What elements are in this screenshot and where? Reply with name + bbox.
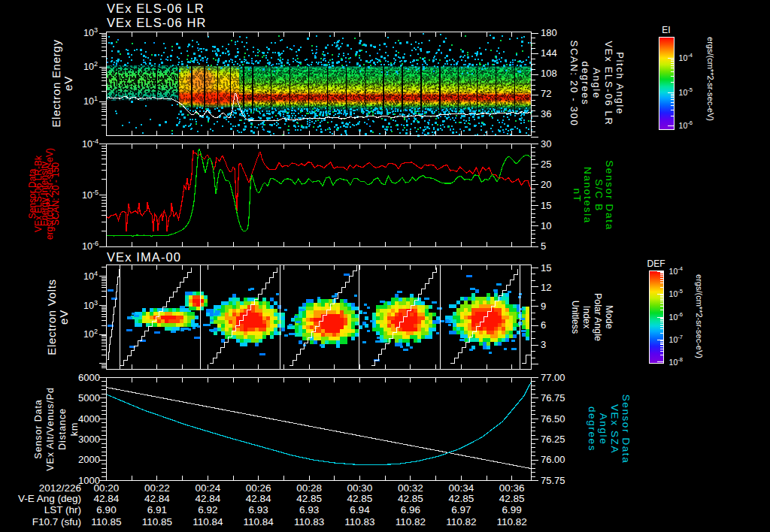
svg-text:00:30: 00:30 [347,482,373,494]
svg-text:6.90: 6.90 [96,504,116,515]
svg-text:5000: 5000 [78,392,100,404]
svg-text:00:20: 00:20 [94,482,120,494]
svg-text:Sensor Data: Sensor Data [620,394,632,464]
svg-text:10: 10 [541,220,551,231]
svg-text:VEx SZA: VEx SZA [609,404,620,454]
svg-text:76.25: 76.25 [541,434,565,445]
svg-text:20: 20 [541,179,551,190]
svg-text:6.91: 6.91 [147,504,167,515]
svg-text:30: 30 [541,138,551,150]
svg-text:144: 144 [541,47,557,59]
svg-text:Sensor Data: Sensor Data [604,160,615,231]
svg-text:72: 72 [541,88,551,99]
svg-text:77.00: 77.00 [541,372,565,383]
svg-text:EI: EI [662,25,670,35]
svg-text:42.85: 42.85 [296,493,322,504]
svg-text:110.82: 110.82 [497,516,527,527]
svg-text:F10.7 (sfu): F10.7 (sfu) [32,516,81,527]
svg-text:15: 15 [541,200,551,211]
svg-text:VEx IMA-00: VEx IMA-00 [107,250,181,264]
svg-text:76.00: 76.00 [541,454,565,465]
svg-text:degrees: degrees [587,407,598,452]
svg-text:ergs/(cm**2-sr-sec-eV): ergs/(cm**2-sr-sec-eV) [695,274,704,358]
svg-text:3000: 3000 [78,434,100,445]
svg-text:V-E Ang (deg): V-E Ang (deg) [18,493,81,504]
svg-text:km: km [69,422,80,436]
svg-text:Angle: Angle [598,413,609,446]
svg-text:110.83: 110.83 [344,516,374,527]
svg-text:ergs/(cm**2-sr-sec-eV): ergs/(cm**2-sr-sec-eV) [706,37,715,121]
svg-text:nT: nT [571,188,583,202]
svg-text:6.92: 6.92 [198,504,217,515]
svg-text:75.75: 75.75 [541,475,565,486]
svg-text:76.75: 76.75 [541,392,565,404]
svg-text:Index: Index [581,306,592,329]
svg-text:3: 3 [541,339,546,350]
svg-text:110.84: 110.84 [192,516,223,527]
svg-text:2000: 2000 [78,454,100,465]
svg-text:Pitch Angle: Pitch Angle [614,52,626,115]
svg-text:110.83: 110.83 [294,516,324,527]
svg-text:degrees: degrees [580,62,591,106]
svg-text:42.84: 42.84 [94,493,120,504]
svg-text:00:28: 00:28 [296,482,322,494]
svg-text:108: 108 [541,68,557,79]
svg-text:6.93: 6.93 [299,504,319,515]
svg-text:6.94: 6.94 [350,504,370,515]
svg-text:DEF: DEF [647,258,665,269]
svg-text:110.85: 110.85 [142,516,172,527]
svg-text:00:36: 00:36 [499,482,525,494]
svg-text:Nanotesla: Nanotesla [582,167,593,224]
svg-text:SCAN: 20 - 300: SCAN: 20 - 300 [568,41,580,127]
svg-text:Electron Volts: Electron Volts [45,279,58,355]
svg-text:00:32: 00:32 [398,482,423,494]
svg-text:4000: 4000 [78,413,100,425]
svg-text:eV: eV [57,310,70,325]
svg-text:110.82: 110.82 [446,516,476,527]
svg-text:6000: 6000 [78,372,100,383]
svg-text:42.84: 42.84 [144,493,170,504]
svg-text:Sensor Data: Sensor Data [33,399,44,458]
svg-text:00:24: 00:24 [195,482,220,494]
svg-text:9: 9 [541,301,546,312]
svg-text:00:26: 00:26 [246,482,271,494]
svg-text:Unitless: Unitless [570,301,581,334]
svg-text:eV: eV [62,76,74,91]
svg-text:42.84: 42.84 [246,493,271,504]
svg-text:00:34: 00:34 [448,482,474,494]
svg-text:6.97: 6.97 [451,504,471,515]
svg-text:S/C B: S/C B [593,179,605,212]
svg-text:42.85: 42.85 [347,493,373,504]
svg-text:VEx ELS-06 LR: VEx ELS-06 LR [107,2,205,15]
svg-text:12: 12 [541,282,551,293]
svg-text:Polar Angle: Polar Angle [593,293,603,341]
svg-text:SCAN: 20 - 150: SCAN: 20 - 150 [50,162,61,225]
svg-text:6.96: 6.96 [401,504,420,515]
svg-text:6: 6 [541,319,546,331]
svg-text:Distance: Distance [57,408,68,450]
svg-text:6.93: 6.93 [249,504,268,515]
svg-text:76.50: 76.50 [541,413,565,425]
svg-text:36: 36 [541,108,551,119]
svg-text:110.82: 110.82 [396,516,426,527]
svg-text:6.99: 6.99 [502,504,522,515]
svg-text:Electron Energy: Electron Energy [50,39,62,127]
svg-text:Mode: Mode [604,305,614,328]
svg-text:Angle: Angle [591,68,602,99]
svg-text:VEx ELS-06 LR: VEx ELS-06 LR [603,41,614,125]
svg-text:42.85: 42.85 [499,493,525,504]
svg-text:180: 180 [541,27,557,38]
svg-text:2012/226: 2012/226 [39,482,81,494]
svg-text:00:22: 00:22 [144,482,170,494]
svg-text:VEx ELS-06 HR: VEx ELS-06 HR [107,16,207,29]
svg-text:LST (hr): LST (hr) [44,504,81,515]
svg-text:42.85: 42.85 [448,493,474,504]
svg-text:42.85: 42.85 [398,493,423,504]
svg-text:110.84: 110.84 [244,516,274,527]
svg-text:VEx Alt/Venus/Pd: VEx Alt/Venus/Pd [45,387,56,471]
svg-text:15: 15 [541,262,551,274]
svg-text:25: 25 [541,159,551,170]
svg-text:110.85: 110.85 [91,516,121,527]
svg-text:42.84: 42.84 [195,493,220,504]
svg-text:5: 5 [541,240,546,252]
